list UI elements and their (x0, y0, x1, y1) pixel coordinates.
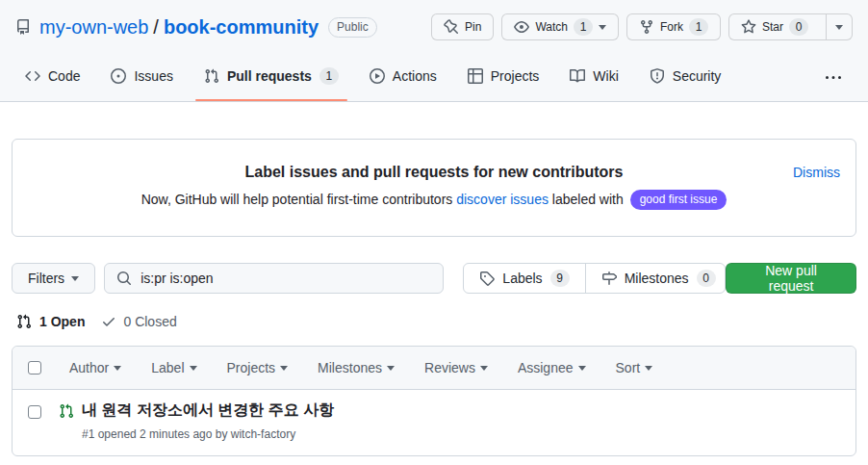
tab-actions[interactable]: Actions (361, 54, 446, 101)
star-button[interactable]: Star 0 (729, 14, 820, 39)
watch-button[interactable]: Watch 1 (501, 13, 619, 40)
banner-text: labeled with (549, 192, 627, 207)
banner-title: Label issues and pull requests for new c… (28, 164, 840, 181)
filter-label: Label (151, 360, 184, 375)
new-pull-request-button[interactable]: New pull request (726, 263, 856, 294)
chevron-down-icon (190, 366, 197, 371)
pin-icon (444, 19, 459, 35)
good-first-issue-badge[interactable]: good first issue (630, 190, 728, 210)
chevron-down-icon (280, 366, 288, 371)
star-split-button: Star 0 (728, 13, 853, 40)
breadcrumb: my-own-web/book-community (39, 16, 319, 39)
labels-count: 9 (550, 270, 570, 287)
tab-label: Pull requests (227, 68, 312, 84)
milestones-button[interactable]: Milestones 0 (585, 264, 727, 293)
chevron-down-icon (387, 366, 395, 371)
visibility-badge: Public (328, 17, 377, 38)
closed-count-label: 0 Closed (123, 314, 176, 329)
row-checkbox[interactable] (28, 405, 41, 419)
tab-pull-requests[interactable]: Pull requests 1 (195, 54, 347, 101)
chevron-down-icon (835, 25, 843, 30)
fork-icon (639, 19, 654, 35)
repo-title-row: my-own-web/book-community Public Pin Wat… (0, 0, 868, 50)
milestones-filter-dropdown[interactable]: Milestones (318, 360, 395, 375)
tab-label: Actions (393, 68, 437, 84)
label-filter-dropdown[interactable]: Label (151, 360, 196, 375)
search-icon (116, 271, 132, 286)
watch-button-label: Watch (535, 20, 568, 34)
nav-overflow-button[interactable] (808, 54, 858, 101)
open-closed-links: 1 Open 0 Closed (12, 314, 856, 329)
chevron-down-icon (114, 366, 121, 371)
projects-filter-dropdown[interactable]: Projects (227, 360, 289, 375)
pin-button[interactable]: Pin (431, 13, 494, 40)
breadcrumb-separator: / (148, 16, 164, 38)
tab-label: Projects (491, 68, 540, 84)
tab-code[interactable]: Code (16, 54, 89, 101)
issue-search-box (104, 263, 444, 294)
dismiss-link[interactable]: Dismiss (793, 165, 840, 180)
tab-projects[interactable]: Projects (459, 54, 549, 101)
closed-filter-link[interactable]: 0 Closed (101, 314, 176, 329)
eye-icon (514, 19, 529, 35)
star-dropdown-button[interactable] (826, 14, 852, 39)
star-button-label: Star (762, 20, 783, 34)
filters-button-label: Filters (28, 271, 64, 286)
pull-request-title-link[interactable]: 내 원격 저장소에서 변경한 주요 사항 (82, 400, 334, 421)
repo-name-link[interactable]: book-community (164, 16, 319, 38)
open-filter-link[interactable]: 1 Open (16, 314, 85, 329)
chevron-down-icon (578, 366, 586, 371)
chevron-down-icon (71, 276, 79, 281)
tab-label: Issues (134, 68, 172, 84)
open-count-label: 1 Open (39, 314, 85, 329)
repo-action-buttons: Pin Watch 1 Fork 1 (431, 13, 853, 40)
tab-label: Wiki (593, 68, 618, 84)
issue-opened-icon (111, 68, 126, 84)
labels-button[interactable]: Labels 9 (464, 264, 584, 293)
filter-label: Assignee (518, 360, 574, 375)
git-pull-request-icon (16, 314, 32, 329)
repo-owner-link[interactable]: my-own-web (39, 16, 148, 38)
git-pull-request-icon (204, 68, 219, 84)
filter-label: Author (69, 360, 109, 375)
repo-icon (15, 19, 31, 35)
chevron-down-icon (645, 366, 652, 371)
labels-milestones-control: Labels 9 Milestones 0 (463, 263, 726, 294)
tab-wiki[interactable]: Wiki (561, 54, 626, 101)
discover-issues-link[interactable]: discover issues (456, 192, 549, 207)
filter-label: Reviews (424, 360, 475, 375)
fork-button[interactable]: Fork 1 (626, 13, 721, 40)
labels-button-label: Labels (502, 271, 542, 286)
search-input[interactable] (140, 271, 431, 286)
main-content: Label issues and pull requests for new c… (0, 139, 868, 456)
filters-button[interactable]: Filters (12, 263, 95, 294)
filter-bar: Filters Labels 9 Milestones 0 (12, 263, 856, 294)
pull-request-list: Author Label Projects Milestones Reviews… (12, 346, 856, 456)
banner-body: Now, GitHub will help potential first-ti… (28, 190, 840, 210)
pull-request-row: 내 원격 저장소에서 변경한 주요 사항 #1 opened 2 minutes… (13, 390, 855, 455)
milestone-icon (601, 271, 617, 286)
filter-label: Milestones (318, 360, 382, 375)
pull-request-meta: #1 opened 2 minutes ago by witch-factory (82, 427, 334, 441)
sort-dropdown[interactable]: Sort (616, 360, 653, 375)
chevron-down-icon (480, 366, 488, 371)
list-header-filters: Author Label Projects Milestones Reviews… (69, 360, 652, 375)
kebab-horizontal-icon (826, 70, 841, 86)
filter-label: Sort (616, 360, 641, 375)
tab-security[interactable]: Security (641, 54, 730, 101)
pull-request-main: 내 원격 저장소에서 변경한 주요 사항 #1 opened 2 minutes… (82, 400, 334, 441)
list-header-row: Author Label Projects Milestones Reviews… (13, 347, 855, 390)
select-all-checkbox[interactable] (28, 361, 41, 375)
star-icon (741, 19, 756, 35)
tab-label: Security (673, 68, 722, 84)
author-filter-dropdown[interactable]: Author (69, 360, 121, 375)
pull-requests-count: 1 (319, 67, 339, 85)
reviews-filter-dropdown[interactable]: Reviews (424, 360, 488, 375)
assignee-filter-dropdown[interactable]: Assignee (518, 360, 586, 375)
tab-issues[interactable]: Issues (102, 54, 181, 101)
fork-button-label: Fork (660, 20, 683, 34)
table-icon (468, 68, 483, 84)
banner-text: Now, GitHub will help potential first-ti… (141, 192, 457, 207)
filter-label: Projects (227, 360, 276, 375)
check-icon (101, 314, 116, 329)
